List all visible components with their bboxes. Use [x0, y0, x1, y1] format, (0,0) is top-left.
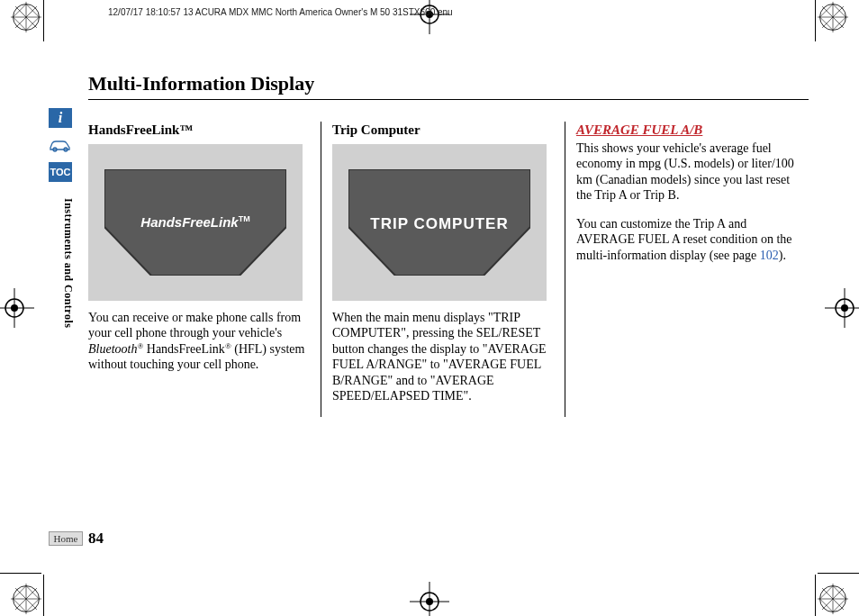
page-number: 84: [88, 530, 104, 548]
column-handsfreelink: HandsFreeLink™ HandsFreeLinkTM You can r…: [88, 122, 321, 417]
print-header: 12/07/17 18:10:57 13 ACURA MDX MMC North…: [108, 7, 453, 17]
col3-p1: This shows your vehicle's average fuel e…: [576, 140, 798, 204]
info-tab[interactable]: i: [49, 108, 72, 128]
col3-p2: You can customize the Trip A and AVERAGE…: [576, 216, 798, 264]
display-text-hfl: HandsFreeLinkTM: [88, 214, 303, 231]
col1-heading: HandsFreeLink™: [88, 122, 310, 139]
trim-line: [815, 575, 816, 616]
registration-mark-icon: [818, 584, 848, 614]
col2-body: When the main menu displays "TRIP COMPUT…: [332, 310, 554, 404]
display-illustration-trip: TRIP COMPUTER: [332, 144, 547, 301]
crop-mark-icon: [0, 288, 34, 328]
registration-mark-icon: [11, 2, 41, 32]
col1-body: You can receive or make phone calls from…: [88, 310, 310, 373]
registration-mark-icon: [11, 584, 41, 614]
section-label: Instruments and Controls: [61, 198, 75, 328]
home-tab[interactable]: Home: [49, 531, 83, 546]
display-illustration-hfl: HandsFreeLinkTM: [88, 144, 303, 301]
col2-heading: Trip Computer: [332, 122, 554, 139]
registration-mark-icon: [818, 2, 848, 32]
trim-line: [815, 0, 816, 41]
trim-line: [43, 575, 44, 616]
toc-tab[interactable]: TOC: [49, 162, 72, 182]
crop-mark-icon: [825, 288, 859, 328]
trim-line: [0, 573, 41, 574]
display-text-trip: TRIP COMPUTER: [332, 214, 547, 233]
column-trip-computer: Trip Computer TRIP COMPUTER When the mai…: [321, 122, 565, 417]
car-icon-tab[interactable]: [49, 135, 72, 155]
page-link-102[interactable]: 102: [760, 249, 779, 262]
trim-line: [43, 0, 44, 41]
trim-line: [818, 573, 859, 574]
crop-mark-icon: [410, 0, 449, 34]
crop-mark-icon: [410, 582, 449, 616]
col3-heading[interactable]: AVERAGE FUEL A/B: [576, 122, 798, 139]
page-title: Multi-Information Display: [88, 72, 809, 100]
column-average-fuel: AVERAGE FUEL A/B This shows your vehicle…: [565, 122, 809, 417]
